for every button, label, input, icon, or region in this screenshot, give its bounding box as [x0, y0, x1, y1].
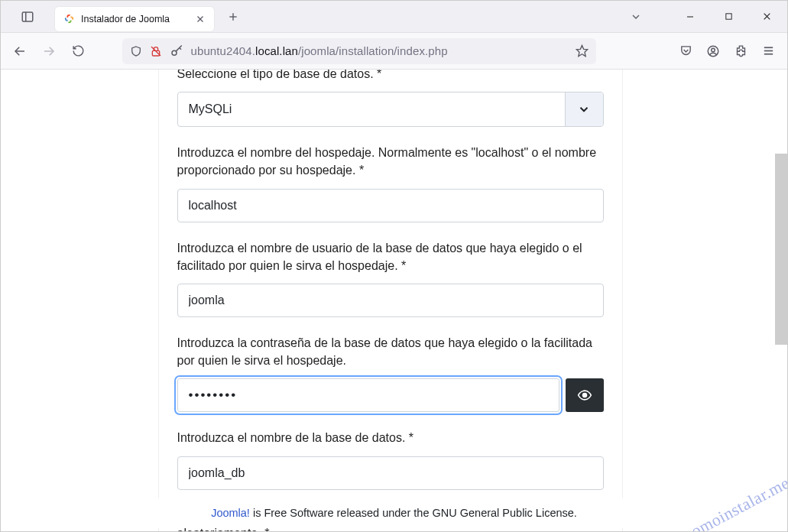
- joomla-favicon-icon: [63, 13, 75, 25]
- browser-toolbar: ubuntu2404.local.lan/joomla/installation…: [1, 33, 787, 70]
- bookmark-star-icon[interactable]: [576, 44, 589, 57]
- db-name-input[interactable]: [177, 456, 604, 490]
- db-host-input[interactable]: [177, 189, 604, 222]
- vertical-scrollbar-thumb[interactable]: [775, 154, 787, 345]
- db-user-label: Introduzca el nombre de usuario de la ba…: [177, 239, 604, 274]
- nav-reload-button[interactable]: [65, 38, 91, 64]
- browser-tab[interactable]: Instalador de Joomla: [54, 6, 215, 32]
- db-password-label: Introduzca la contraseña de la base de d…: [177, 334, 604, 369]
- sidebar-toggle-icon[interactable]: [1, 10, 54, 24]
- db-type-value: MySQLi: [189, 102, 565, 116]
- toggle-password-visibility-button[interactable]: [566, 378, 604, 412]
- app-menu-icon[interactable]: [755, 38, 781, 64]
- db-type-label: Seleccione el tipo de base de datos. *: [177, 70, 604, 83]
- url-text: ubuntu2404.local.lan/joomla/installation…: [191, 44, 568, 57]
- browser-tab-bar: Instalador de Joomla: [1, 1, 787, 33]
- db-password-input[interactable]: [177, 378, 559, 412]
- page-viewport: Seleccione el tipo de base de datos. * M…: [1, 70, 787, 531]
- page-footer: Joomla! is Free Software released under …: [1, 498, 787, 528]
- svg-point-21: [582, 394, 586, 397]
- window-maximize-button[interactable]: [711, 1, 746, 33]
- footer-text: is Free Software released under the GNU …: [250, 507, 577, 519]
- insecure-lock-icon[interactable]: [150, 45, 162, 57]
- tabs-dropdown-button[interactable]: [622, 3, 650, 31]
- nav-forward-button: [36, 38, 62, 64]
- db-host-label: Introduzca el nombre del hospedaje. Norm…: [177, 144, 604, 179]
- svg-rect-7: [725, 14, 731, 19]
- window-minimize-button[interactable]: [673, 1, 708, 33]
- svg-marker-15: [576, 45, 587, 56]
- svg-point-17: [712, 48, 715, 52]
- chevron-down-icon: [565, 92, 603, 126]
- window-close-button[interactable]: [749, 1, 784, 33]
- account-icon[interactable]: [700, 38, 726, 64]
- tab-title: Instalador de Joomla: [81, 14, 188, 24]
- db-user-input[interactable]: [177, 284, 604, 317]
- pocket-icon[interactable]: [673, 38, 699, 64]
- extensions-icon[interactable]: [728, 38, 754, 64]
- db-name-label: Introduzca el nombre de la base de datos…: [177, 429, 604, 446]
- db-type-select[interactable]: MySQLi: [177, 92, 604, 127]
- tab-close-icon[interactable]: [194, 13, 206, 25]
- new-tab-button[interactable]: [222, 6, 244, 28]
- window-controls: [673, 1, 787, 33]
- svg-rect-0: [22, 12, 33, 21]
- shield-icon[interactable]: [130, 45, 142, 57]
- address-bar[interactable]: ubuntu2404.local.lan/joomla/installation…: [122, 38, 596, 64]
- nav-back-button[interactable]: [7, 38, 33, 64]
- joomla-link[interactable]: Joomla!: [211, 507, 250, 519]
- key-icon[interactable]: [170, 44, 183, 58]
